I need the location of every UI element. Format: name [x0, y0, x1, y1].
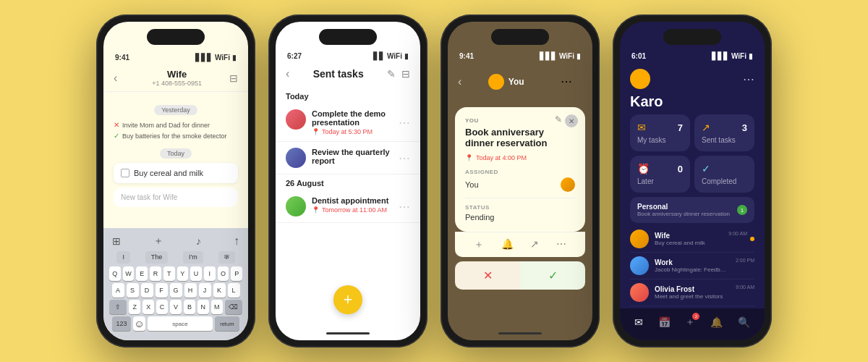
suggestion-3[interactable]: I'm: [183, 251, 203, 264]
key-x[interactable]: X: [142, 300, 154, 314]
sent-task-3-time: Tomorrow at 11:00 AM: [322, 206, 387, 214]
x-icon: ✕: [483, 269, 493, 282]
task-edit-button[interactable]: ✎: [555, 114, 562, 125]
key-d[interactable]: D: [141, 283, 153, 298]
key-v[interactable]: V: [170, 300, 182, 314]
checkbox-task-label: Buy cereal and milk: [134, 169, 203, 177]
task-close-button[interactable]: ✕: [565, 114, 578, 127]
key-k[interactable]: K: [213, 283, 226, 298]
phone4-status-bar: 6:01 ▋▋▋ WiFi ▮: [620, 42, 765, 63]
convo-wife[interactable]: Wife Buy cereal and milk 9:00 AM: [630, 226, 754, 253]
confirm-yes-button[interactable]: ✓: [520, 261, 585, 290]
key-t[interactable]: T: [163, 266, 175, 281]
convo-work-time: 2:00 PM: [736, 258, 754, 263]
contact-number: +1 408-555-0951: [124, 80, 229, 87]
phones-container: 9:41 ▋▋▋ WiFi ▮ ‹ Wife +1 408-555-0951 ⊟…: [82, 7, 786, 355]
key-space[interactable]: space: [148, 316, 213, 331]
sent-task-2-content: Review the quarterly report: [312, 148, 399, 167]
phone-3: 9:41 ▋▋▋ WiFi ▮ ‹ You ⋯ YOU Book anniver…: [441, 14, 600, 348]
key-m[interactable]: M: [211, 300, 223, 314]
suggestion-1[interactable]: I: [116, 251, 130, 264]
key-w[interactable]: W: [123, 266, 135, 281]
new-task-placeholder: New task for Wife: [121, 193, 177, 201]
sent-task-3-content: Dentist appointment 📍 Tomorrow at 11:00 …: [312, 196, 399, 214]
suggestion-2[interactable]: The: [145, 251, 169, 264]
convo-work[interactable]: Work Jacob Nightingale: Feedback on sale…: [630, 253, 754, 279]
phone2-back-button[interactable]: ‹: [286, 67, 289, 80]
filter-icon[interactable]: ⊟: [229, 72, 238, 84]
key-f[interactable]: F: [156, 283, 168, 298]
key-h[interactable]: H: [184, 283, 197, 298]
phone3-more-icon[interactable]: ⋯: [550, 69, 582, 94]
later-card[interactable]: ⏰ 0 Later: [630, 156, 690, 193]
key-o[interactable]: O: [218, 266, 229, 281]
key-e[interactable]: E: [136, 266, 148, 281]
key-u[interactable]: U: [190, 266, 202, 281]
personal-section[interactable]: Personal Book anniversary dinner reserva…: [630, 197, 754, 223]
key-g[interactable]: G: [170, 283, 182, 298]
key-delete[interactable]: ⌫: [225, 300, 242, 314]
status-label: STATUS: [465, 204, 575, 211]
sent-task-1[interactable]: Complete the demo presentation 📍 Today a…: [276, 104, 420, 142]
back-button[interactable]: ‹: [114, 72, 117, 85]
my-tasks-card[interactable]: ✉ 7 My tasks: [630, 114, 690, 151]
nav-home[interactable]: ✉: [634, 316, 643, 328]
sent-task-2[interactable]: Review the quarterly report ⋯: [276, 142, 420, 174]
key-return[interactable]: return: [215, 316, 239, 331]
task-2-more-icon[interactable]: ⋯: [399, 151, 410, 165]
key-s[interactable]: S: [127, 283, 139, 298]
key-z[interactable]: Z: [129, 300, 140, 314]
key-a[interactable]: A: [112, 283, 124, 298]
karo-more-button[interactable]: ⋯: [743, 72, 754, 86]
task-msg-2-text: Buy batteries for the smoke detector: [122, 132, 227, 140]
nav-search[interactable]: 🔍: [738, 316, 750, 328]
nav-add[interactable]: ＋ 2: [685, 316, 695, 329]
phone2-header: ‹ Sent tasks ✎ ⊟: [276, 63, 420, 88]
new-task-input-area[interactable]: New task for Wife: [114, 188, 238, 207]
keyboard-icon-2[interactable]: ＋: [153, 235, 163, 248]
home-bar-3: [498, 332, 542, 334]
task-3-more-icon[interactable]: ⋯: [399, 200, 410, 214]
checkbox-task-row[interactable]: Buy cereal and milk: [114, 163, 238, 183]
key-123[interactable]: 123: [112, 316, 131, 331]
bell-icon[interactable]: 🔔: [501, 238, 514, 251]
nav-calendar[interactable]: 📅: [658, 316, 671, 328]
filter-icon-2[interactable]: ⊟: [401, 68, 410, 80]
nav-bell[interactable]: 🔔: [710, 316, 723, 328]
add-subtask-icon[interactable]: ＋: [474, 238, 484, 251]
key-n[interactable]: N: [197, 300, 209, 314]
add-task-fab[interactable]: +: [333, 285, 362, 314]
sent-task-1-title: Complete the demo presentation: [312, 109, 399, 127]
key-i[interactable]: I: [204, 266, 216, 281]
more-icon[interactable]: ⋯: [556, 238, 566, 251]
sent-tasks-card[interactable]: ↗ 3 Sent tasks: [694, 114, 754, 151]
key-p[interactable]: P: [231, 266, 242, 281]
keyboard-send-icon[interactable]: ↑: [234, 235, 239, 248]
key-y[interactable]: Y: [177, 266, 189, 281]
key-j[interactable]: J: [199, 283, 211, 298]
key-r[interactable]: R: [150, 266, 161, 281]
convo-olivia[interactable]: Olivia Frost Meet and greet the visitors…: [630, 279, 754, 306]
edit-icon[interactable]: ✎: [387, 68, 396, 80]
confirm-no-button[interactable]: ✕: [455, 261, 520, 290]
sent-task-3[interactable]: Dentist appointment 📍 Tomorrow at 11:00 …: [276, 190, 420, 223]
key-b[interactable]: B: [184, 300, 195, 314]
keyboard-icon-1[interactable]: ⊞: [112, 235, 121, 247]
phone3-back-button[interactable]: ‹: [458, 75, 461, 88]
key-c[interactable]: C: [156, 300, 168, 314]
task-checkbox[interactable]: [121, 169, 129, 177]
sent-task-1-content: Complete the demo presentation 📍 Today a…: [312, 109, 399, 135]
key-shift[interactable]: ⇧: [109, 300, 127, 314]
contact-info: Wife +1 408-555-0951: [124, 69, 229, 87]
key-q[interactable]: Q: [109, 266, 121, 281]
key-emoji[interactable]: ☺: [133, 316, 145, 331]
karo-user-avatar: [630, 69, 650, 89]
keyboard-icon-3[interactable]: ♪: [196, 235, 201, 247]
phone-4-screen: 6:01 ▋▋▋ WiFi ▮ ⋯ Karo ✉ 7 My tas: [620, 22, 765, 340]
key-l[interactable]: L: [228, 283, 240, 298]
task-1-more-icon[interactable]: ⋯: [399, 116, 410, 130]
suggestion-4[interactable]: क: [218, 251, 235, 264]
due-pin-icon: 📍: [465, 154, 473, 161]
completed-card[interactable]: ✓ Completed: [694, 156, 754, 193]
share-icon[interactable]: ↗: [530, 238, 539, 251]
